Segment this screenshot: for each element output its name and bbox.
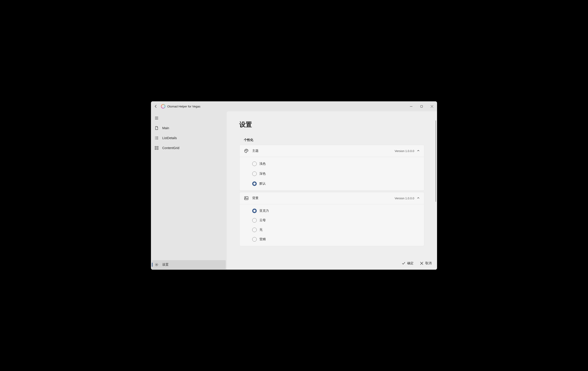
- footer-bar: 确定 取消: [227, 257, 437, 270]
- cancel-label: 取消: [425, 261, 432, 265]
- title-bar: Otomad Helper for Vegas: [151, 101, 437, 111]
- card-theme-meta: Version 1.0.0.0: [395, 149, 414, 153]
- card-theme: 主题 Version 1.0.0.0 浅色 深色: [239, 145, 424, 191]
- card-theme-title: 主题: [252, 149, 259, 153]
- palette-icon: [244, 149, 249, 153]
- svg-rect-3: [155, 148, 156, 150]
- card-background-meta: Version 1.0.0.0: [395, 196, 414, 200]
- svg-rect-9: [244, 196, 248, 200]
- maximize-icon: [420, 105, 423, 108]
- radio-bg-none[interactable]: 无: [240, 225, 424, 235]
- radio-label: 亚克力: [259, 209, 269, 213]
- sidebar-item-settings[interactable]: 设置: [152, 260, 226, 269]
- chevron-up-icon: [417, 196, 420, 200]
- svg-rect-2: [157, 146, 158, 147]
- radio-indicator: [252, 237, 257, 242]
- radio-indicator: [252, 228, 257, 232]
- svg-point-8: [247, 150, 247, 151]
- x-icon: [420, 262, 423, 265]
- sidebar-item-contentgrid[interactable]: ContentGrid: [152, 143, 226, 153]
- page-icon: [155, 126, 159, 130]
- check-icon: [402, 262, 405, 265]
- app-window: Otomad Helper for Vegas: [151, 101, 437, 270]
- card-background-body: 亚克力 云母 无 雷姆: [240, 204, 424, 246]
- cancel-button[interactable]: 取消: [420, 261, 432, 265]
- minimize-button[interactable]: [406, 101, 416, 111]
- svg-point-5: [156, 264, 157, 265]
- svg-point-10: [245, 197, 246, 198]
- section-personalization: 个性化: [244, 138, 424, 142]
- radio-indicator: [252, 172, 257, 176]
- gear-icon: [155, 263, 159, 267]
- window-body: Main ListDetails ContentGrid 设置: [151, 111, 437, 270]
- radio-bg-rem[interactable]: 雷姆: [240, 235, 424, 244]
- app-title: Otomad Helper for Vegas: [167, 105, 200, 108]
- card-theme-header[interactable]: 主题 Version 1.0.0.0: [240, 145, 424, 157]
- card-background-header[interactable]: 背景 Version 1.0.0.0: [240, 192, 424, 204]
- radio-label: 无: [259, 228, 262, 232]
- minimize-icon: [410, 105, 412, 108]
- radio-bg-acrylic[interactable]: 亚克力: [240, 206, 424, 216]
- svg-rect-4: [157, 148, 158, 150]
- radio-indicator: [252, 162, 257, 166]
- radio-label: 深色: [259, 172, 266, 176]
- radio-theme-dark[interactable]: 深色: [240, 169, 424, 179]
- sidebar-item-label: ListDetails: [162, 136, 177, 140]
- chevron-up-icon: [417, 149, 420, 153]
- list-icon: [155, 136, 159, 140]
- radio-theme-default[interactable]: 默认: [240, 179, 424, 189]
- back-button[interactable]: [151, 101, 161, 111]
- card-background: 背景 Version 1.0.0.0 亚克力 云母: [239, 192, 424, 246]
- arrow-left-icon: [154, 105, 158, 108]
- radio-theme-light[interactable]: 浅色: [240, 159, 424, 169]
- radio-indicator: [252, 208, 257, 213]
- card-theme-body: 浅色 深色 默认: [240, 157, 424, 190]
- radio-indicator: [252, 181, 257, 186]
- svg-point-7: [246, 150, 246, 150]
- radio-bg-mica[interactable]: 云母: [240, 216, 424, 225]
- svg-point-6: [245, 151, 246, 151]
- radio-label: 雷姆: [259, 237, 266, 241]
- card-background-title: 背景: [252, 196, 259, 200]
- radio-label: 云母: [259, 218, 266, 222]
- page-title: 设置: [239, 120, 424, 129]
- ok-button[interactable]: 确定: [402, 261, 414, 265]
- radio-label: 默认: [259, 182, 266, 186]
- sidebar-item-listdetails[interactable]: ListDetails: [152, 133, 226, 142]
- content-scroll[interactable]: 设置 个性化 主题 Version 1.0.0.0: [227, 111, 437, 257]
- image-icon: [244, 196, 249, 200]
- scrollbar[interactable]: [435, 120, 436, 202]
- app-icon: [161, 104, 165, 109]
- maximize-button[interactable]: [416, 101, 427, 111]
- radio-indicator: [252, 218, 257, 223]
- sidebar-item-label: Main: [162, 126, 169, 130]
- svg-rect-0: [420, 105, 423, 108]
- ok-label: 确定: [407, 261, 414, 265]
- sidebar-item-label: ContentGrid: [162, 146, 179, 150]
- hamburger-toggle[interactable]: [152, 114, 226, 123]
- content-area: 设置 个性化 主题 Version 1.0.0.0: [227, 111, 437, 270]
- radio-label: 浅色: [259, 162, 266, 166]
- caption-buttons: [406, 101, 437, 111]
- close-button[interactable]: [427, 101, 437, 111]
- grid-icon: [155, 146, 159, 150]
- svg-rect-1: [155, 146, 156, 147]
- sidebar-item-main[interactable]: Main: [152, 123, 226, 132]
- sidebar: Main ListDetails ContentGrid 设置: [151, 111, 227, 270]
- sidebar-item-label: 设置: [162, 263, 168, 267]
- hamburger-icon: [155, 116, 159, 120]
- close-icon: [431, 105, 433, 108]
